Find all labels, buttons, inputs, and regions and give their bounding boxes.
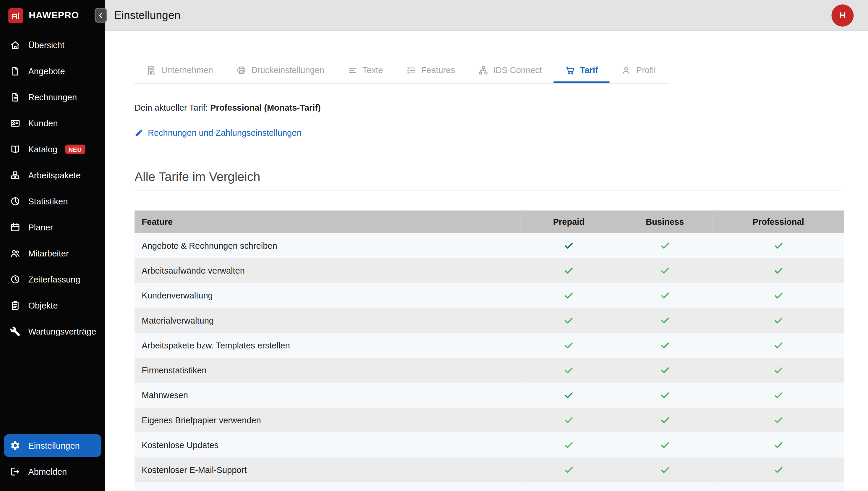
wrench-icon	[10, 326, 21, 337]
check-icon	[773, 290, 784, 300]
check-icon	[659, 415, 670, 424]
building-icon	[146, 65, 156, 75]
sidebar-item-ubersicht[interactable]: Übersicht	[0, 32, 105, 58]
tab-label: Texte	[363, 65, 383, 75]
check-icon	[773, 240, 784, 250]
sidebar-item-label: Einstellungen	[28, 441, 80, 451]
cell-prepaid	[520, 408, 617, 432]
tab-druckeinstellungen[interactable]: Druckeinstellungen	[225, 59, 336, 83]
sidebar-item-abmelden[interactable]: Abmelden	[0, 459, 105, 485]
chevron-left-icon	[97, 11, 105, 19]
check-icon	[563, 490, 574, 491]
feature-label: Eigenes Briefpapier verwenden	[134, 408, 520, 432]
tab-profil[interactable]: Profil	[610, 59, 667, 83]
feature-label: Kostenlose Updates	[134, 432, 520, 457]
check-icon	[773, 465, 784, 474]
cell-business	[617, 483, 712, 491]
check-icon	[563, 315, 574, 324]
sidebar-item-katalog[interactable]: KatalogNEU	[0, 136, 105, 163]
cell-prepaid	[520, 432, 617, 457]
tab-unternehmen[interactable]: Unternehmen	[134, 59, 225, 83]
tab-texte[interactable]: Texte	[336, 59, 395, 83]
tab-ids-connect[interactable]: IDS Connect	[467, 59, 553, 83]
book-icon	[10, 144, 21, 155]
checklist-icon	[406, 65, 416, 75]
sidebar-item-label: Übersicht	[28, 40, 64, 50]
sidebar-item-label: Kunden	[28, 118, 58, 128]
feature-label: Kundenverwaltung	[134, 283, 520, 308]
check-icon	[773, 439, 784, 449]
check-icon	[659, 290, 670, 300]
clock-icon	[10, 274, 21, 285]
sidebar-item-planer[interactable]: Planer	[0, 214, 105, 240]
column-header-professional: Professional	[712, 211, 844, 233]
sidebar-item-label: Abmelden	[28, 467, 67, 477]
sidebar-item-zeiterfassung[interactable]: Zeiterfassung	[0, 266, 105, 292]
sidebar-item-arbeitspakete[interactable]: Arbeitspakete	[0, 163, 105, 189]
settings-tabs: UnternehmenDruckeinstellungenTexteFeatur…	[134, 59, 668, 83]
cell-professional	[712, 283, 844, 308]
sidebar-item-einstellungen[interactable]: Einstellungen	[4, 434, 101, 457]
gear-icon	[10, 440, 21, 451]
tab-label: Features	[421, 65, 455, 75]
tab-label: Druckeinstellungen	[251, 65, 324, 75]
table-row: Arbeitspakete bzw. Templates erstellen	[134, 333, 844, 357]
table-body: Angebote & Rechnungen schreibenArbeitsau…	[134, 233, 844, 491]
invoice-icon	[10, 92, 21, 103]
sidebar-item-statistiken[interactable]: Statistiken	[0, 189, 105, 214]
sidebar-item-label: Zeiterfassung	[28, 275, 80, 285]
cell-prepaid	[520, 308, 617, 333]
column-header-feature: Feature	[134, 211, 520, 233]
check-icon	[773, 390, 784, 399]
network-icon	[478, 65, 488, 75]
cell-prepaid	[520, 258, 617, 283]
tab-label: IDS Connect	[493, 65, 542, 75]
sidebar-item-rechnungen[interactable]: Rechnungen	[0, 84, 105, 110]
page-header: Einstellungen H	[105, 0, 868, 31]
payment-settings-link[interactable]: Rechnungen und Zahlungseinstellungen	[134, 128, 302, 138]
tab-label: Profil	[636, 65, 656, 75]
cell-business	[617, 458, 712, 483]
check-icon	[659, 490, 670, 491]
sidebar-nav: ÜbersichtAngeboteRechnungenKundenKatalog…	[0, 31, 105, 433]
check-icon	[563, 340, 574, 349]
cell-prepaid	[520, 483, 617, 491]
user-avatar[interactable]: H	[831, 4, 854, 27]
cell-prepaid	[520, 458, 617, 483]
sidebar-item-objekte[interactable]: Objekte	[0, 292, 105, 319]
check-icon	[773, 365, 784, 374]
sidebar-bottom-nav: EinstellungenAbmelden	[0, 432, 105, 491]
cell-professional	[712, 308, 844, 333]
cell-professional	[712, 358, 844, 383]
logout-icon	[10, 466, 21, 477]
tab-tarif[interactable]: Tarif	[553, 59, 610, 83]
sidebar-collapse-button[interactable]	[95, 8, 107, 23]
people-icon	[10, 248, 21, 259]
check-icon	[659, 340, 670, 349]
check-icon	[659, 240, 670, 250]
tab-features[interactable]: Features	[395, 59, 467, 83]
sidebar: HAWEPRO ÜbersichtAngeboteRechnungenKunde…	[0, 0, 105, 491]
cell-professional	[712, 432, 844, 457]
check-icon	[659, 265, 670, 275]
table-header-row: FeaturePrepaidBusinessProfessional	[134, 211, 844, 233]
sidebar-item-label: Angebote	[28, 66, 65, 76]
sidebar-item-wartungsvertrage[interactable]: Wartungsverträge	[0, 319, 105, 345]
cart-icon	[565, 65, 575, 75]
sidebar-item-angebote[interactable]: Angebote	[0, 58, 105, 84]
cell-prepaid	[520, 358, 617, 383]
app-root: Einstellungen H HAWEPRO ÜbersichtAngebot…	[0, 0, 868, 491]
cell-professional	[712, 408, 844, 432]
sidebar-item-label: Katalog	[28, 144, 57, 154]
tab-label: Tarif	[580, 65, 598, 75]
cell-business	[617, 283, 712, 308]
sidebar-item-mitarbeiter[interactable]: Mitarbeiter	[0, 240, 105, 266]
cell-business	[617, 333, 712, 357]
contact-card-icon	[10, 118, 21, 129]
current-tarif-value: Professional (Monats-Tarif)	[210, 103, 321, 112]
sidebar-item-kunden[interactable]: Kunden	[0, 110, 105, 136]
cell-business	[617, 358, 712, 383]
clipboard-icon	[10, 300, 21, 311]
cell-prepaid	[520, 333, 617, 357]
check-icon	[659, 365, 670, 374]
